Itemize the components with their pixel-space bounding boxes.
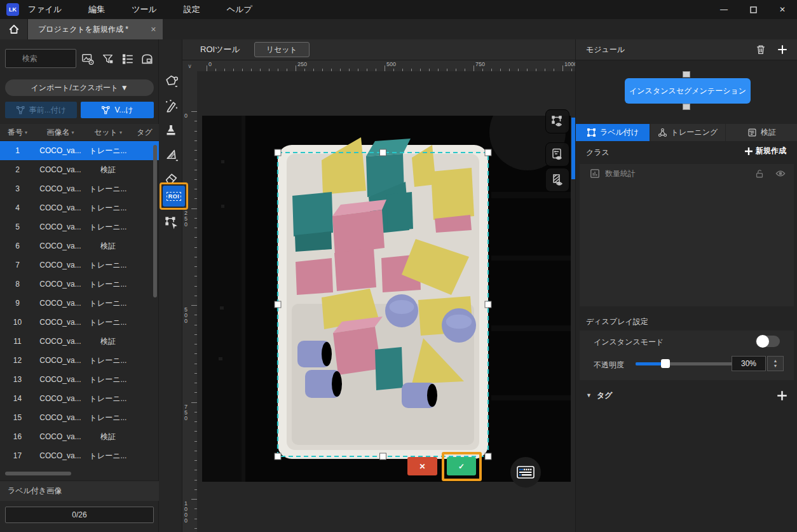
header-set[interactable]: セット▾ [86,127,130,138]
canvas-viewport[interactable]: ✕ ✓ [197,71,575,532]
ruler-label: 500 [386,61,396,67]
label-list-visibility-button[interactable] [545,142,569,167]
delete-module-icon[interactable] [755,44,766,55]
mask-visibility-button[interactable] [545,168,569,192]
table-vertical-scrollbar[interactable] [153,145,157,297]
roi-resize-handle[interactable] [380,149,386,156]
filter-icon[interactable] [102,53,114,65]
table-row[interactable]: 15COCO_va...トレーニ... [0,408,159,427]
tab-close-icon[interactable]: ✕ [151,25,156,34]
table-row[interactable]: 12COCO_va...トレーニ... [0,351,159,370]
roi-resize-handle[interactable] [485,453,491,460]
eraser-tool-button[interactable] [161,168,181,188]
opacity-slider-knob[interactable] [661,359,670,368]
home-button[interactable] [0,19,28,39]
table-cell: 検証 [86,336,130,347]
minimize-button[interactable]: — [709,0,739,19]
roi-resize-handle[interactable] [485,301,491,308]
smart-label-tool-button[interactable] [161,96,181,115]
opacity-spinner[interactable]: ▲▼ [767,356,784,371]
table-row[interactable]: 1COCO_va...トレーニ... [0,141,159,160]
table-row[interactable]: 10COCO_va...トレーニ... [0,313,159,332]
table-row[interactable]: 14COCO_va...トレーニ... [0,389,159,408]
header-image-name[interactable]: 画像名▾ [35,127,86,138]
label-list-visibility-icon [550,147,565,162]
tab-validation[interactable]: 検証 [726,124,797,141]
table-row[interactable]: 17COCO_va...トレーニ... [0,446,159,465]
opacity-value-box[interactable]: 30% [732,356,766,371]
table-row[interactable]: 9COCO_va...トレーニ... [0,294,159,313]
spin-down-icon[interactable]: ▼ [773,364,778,369]
menu-settings[interactable]: 設定 [184,4,200,15]
table-row[interactable]: 5COCO_va...トレーニ... [0,217,159,236]
table-horizontal-scrollbar[interactable] [5,472,71,475]
header-tag[interactable]: タグ [130,127,159,138]
roi-visibility-button[interactable] [545,109,569,133]
menu-help[interactable]: ヘルプ [227,4,252,15]
table-row[interactable]: 4COCO_va...トレーニ... [0,198,159,217]
roi-resize-handle[interactable] [380,453,386,460]
project-tab[interactable]: プロジェクトを新規作成 * ✕ [28,19,163,39]
vlabel-button[interactable]: V...け [81,102,154,118]
roi-resize-handle[interactable] [275,149,281,156]
new-class-button[interactable]: 新規作成 [744,146,786,156]
header-number[interactable]: 番号▾ [0,127,35,138]
menu-file[interactable]: ファイル [28,4,62,15]
table-row[interactable]: 11COCO_va...検証 [0,332,159,351]
maximize-button[interactable] [739,0,768,19]
menu-edit[interactable]: 編集 [88,4,105,15]
polygon-fill-tool-button[interactable] [161,145,181,164]
menu-tools[interactable]: ツール [132,4,157,15]
table-row[interactable]: 7COCO_va...トレーニ... [0,256,159,275]
select-roi-tool-button[interactable] [161,213,181,232]
roi-resize-handle[interactable] [485,149,491,156]
spin-up-icon[interactable]: ▲ [773,358,778,364]
table-row[interactable]: 16COCO_va...検証 [0,427,159,446]
image-settings-icon[interactable] [81,53,95,65]
table-cell: 検証 [86,432,130,442]
table-row[interactable]: 2COCO_va...検証 [0,160,159,179]
close-button[interactable]: ✕ [768,0,797,19]
add-module-icon[interactable] [777,44,788,55]
roi-resize-handle[interactable] [275,453,281,460]
search-input[interactable] [5,49,76,68]
ruler-tick [385,65,385,71]
lock-open-icon[interactable] [754,168,765,179]
canvas-vertical-scrollbar[interactable] [571,118,575,179]
sort-caret-icon: ▾ [119,130,122,135]
virtual-keyboard-button[interactable] [510,457,541,488]
tab-training[interactable]: トレーニング [650,124,725,141]
table-cell: COCO_va... [35,299,86,308]
opacity-slider[interactable] [636,362,734,365]
class-row-statistics[interactable]: 数量統計 [580,164,794,183]
roi-resize-handle[interactable] [275,301,281,308]
tag-section-header[interactable]: ▼ タグ [576,386,797,405]
labeled-images-section[interactable]: ラベル付き画像 [0,481,159,501]
validation-tab-icon [747,128,757,137]
ruler-tick [191,111,197,112]
project-tab-label: プロジェクトを新規作成 * [38,24,128,35]
import-export-button[interactable]: インポート/エクスポート ▼ [5,79,154,96]
roi-tool-icon: ROI [167,192,182,201]
eye-icon[interactable] [775,168,786,179]
list-view-icon[interactable] [121,53,135,65]
stamp-tool-button[interactable] [161,121,181,140]
toggle-knob [756,335,769,348]
table-row[interactable]: 3COCO_va...トレーニ... [0,179,159,198]
instance-mode-toggle[interactable] [756,336,780,347]
roi-confirm-button[interactable]: ✓ [447,457,476,475]
archive-box-icon[interactable] [140,53,154,65]
prelabel-button[interactable]: 事前...付け [5,102,77,118]
table-row[interactable]: 6COCO_va...検証 [0,236,159,256]
reset-button[interactable]: リセット [254,42,310,57]
polygon-tool-button[interactable] [161,71,181,90]
add-tag-icon[interactable] [777,390,787,401]
instance-segmentation-module-button[interactable]: インスタンスセグメンテーション [625,78,751,104]
tab-labeling[interactable]: ラベル付け [576,124,650,141]
stamp-tool-icon [164,123,178,137]
roi-tool-button[interactable]: ROI [163,186,185,207]
home-icon [8,24,20,35]
table-row[interactable]: 8COCO_va...トレーニ... [0,275,159,294]
table-row[interactable]: 13COCO_va...トレーニ... [0,370,159,389]
roi-cancel-button[interactable]: ✕ [407,457,437,475]
